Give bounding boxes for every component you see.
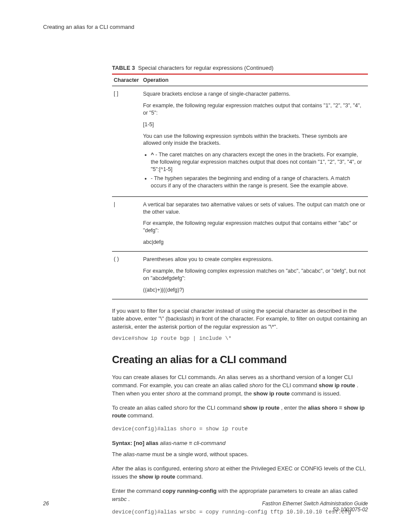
text: After the alias is configured, entering [112, 465, 205, 472]
table-row: | A vertical bar separates two alternati… [112, 196, 368, 251]
text: command. [175, 473, 203, 480]
text: with the appropriate parameters to creat… [217, 488, 358, 494]
bold-text: copy running-config [162, 488, 217, 494]
text: command is issued. [290, 390, 341, 397]
doc-title: FastIron Ethernet Switch Administration … [262, 501, 368, 507]
table-caption-text: Special characters for regular expressio… [138, 65, 273, 71]
op-list: ^ - The caret matches on any characters … [143, 151, 366, 189]
text: command. [126, 412, 154, 419]
op-text: ((abc)+)|((defg)?) [143, 286, 366, 294]
op-text: You can use the following expression sym… [143, 133, 366, 147]
syntax-keyword: Syntax: [no] alias [112, 440, 160, 446]
body-paragraph: To create an alias called shoro for the … [112, 404, 368, 420]
th-character: Character [112, 74, 141, 86]
text: for the CLI command [263, 382, 319, 389]
table-row: [ ] Square brackets enclose a range of s… [112, 86, 368, 197]
main-content: TABLE 3 Special characters for regular e… [112, 65, 368, 515]
code-block: device(config)#alias shoro = show ip rou… [112, 426, 368, 432]
cell-char: ( ) [112, 252, 141, 299]
text: To create an alias called [112, 404, 174, 411]
body-paragraph: After the alias is configured, entering … [112, 465, 368, 481]
em-text: shoro [174, 404, 188, 411]
text: The [112, 451, 123, 457]
doc-number: 53-1003075-02 [262, 507, 368, 513]
syntax-keyword: = [187, 440, 194, 446]
code-block: device#show ip route bgp | include \* [112, 336, 368, 342]
syntax-arg: alias-name [160, 440, 187, 446]
em-text: alias-name [123, 451, 151, 457]
op-text: Square brackets enclose a range of singl… [143, 90, 366, 98]
op-text: Parentheses allow you to create complex … [143, 256, 366, 263]
body-paragraph: You can create aliases for CLI commands.… [112, 373, 368, 398]
syntax-arg: cli-command [194, 440, 226, 446]
bold-text: show ip route [243, 404, 280, 411]
table-label: TABLE 3 [112, 65, 135, 71]
list-item: - The hyphen separates the beginning and… [151, 175, 366, 190]
em-text: shoro [205, 465, 219, 472]
text: Enter the command [112, 488, 162, 494]
table-header-row: Character Operation [112, 74, 368, 86]
bold-text: show ip route [319, 382, 355, 389]
table-caption: TABLE 3 Special characters for regular e… [112, 65, 368, 71]
text: must be a single word, without spaces. [151, 451, 249, 457]
syntax-line: Syntax: [no] alias alias-name = cli-comm… [112, 440, 368, 446]
op-text: For example, the following regular expre… [143, 220, 366, 234]
page: Creating an alias for a CLI command TABL… [0, 0, 411, 532]
op-text: A vertical bar separates two alternative… [143, 201, 366, 216]
running-header: Creating an alias for a CLI command [43, 24, 368, 30]
op-text: For example, the following complex expre… [143, 268, 366, 282]
text: for the CLI command [188, 404, 243, 411]
regex-table: Character Operation [ ] Square brackets … [112, 74, 368, 299]
body-paragraph: The alias-name must be a single word, wi… [112, 451, 368, 459]
bold-text: show ip route [139, 473, 175, 480]
text: at the command prompt, the [180, 390, 253, 397]
cell-char: | [112, 196, 141, 251]
section-heading: Creating an alias for a CLI command [112, 354, 368, 366]
list-text: - The caret matches on any characters ex… [151, 152, 362, 172]
page-footer: 26 FastIron Ethernet Switch Administrati… [43, 501, 368, 513]
doc-info: FastIron Ethernet Switch Administration … [262, 501, 368, 513]
body-paragraph: If you want to filter for a special char… [112, 307, 368, 332]
em-text: shoro [249, 382, 264, 389]
table-row: ( ) Parentheses allow you to create comp… [112, 252, 368, 299]
page-number: 26 [43, 501, 49, 507]
cell-char: [ ] [112, 86, 141, 197]
op-text: For example, the following regular expre… [143, 102, 366, 117]
text: , enter the [280, 404, 308, 411]
list-item: ^ - The caret matches on any characters … [151, 151, 366, 173]
op-text: abc|defg [143, 239, 366, 246]
bold-text: show ip route [253, 390, 290, 397]
cell-op: Parentheses allow you to create complex … [141, 252, 368, 299]
em-text: shoro [166, 390, 181, 397]
op-text: [1-5] [143, 121, 366, 128]
cell-op: A vertical bar separates two alternative… [141, 196, 368, 251]
cell-op: Square brackets enclose a range of singl… [141, 86, 368, 197]
th-operation: Operation [141, 74, 368, 86]
